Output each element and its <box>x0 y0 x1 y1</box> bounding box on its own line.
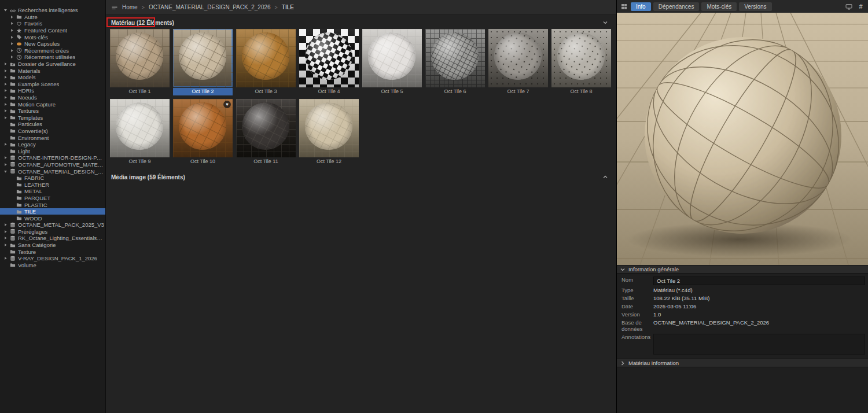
sidebar-item-wood[interactable]: WOOD <box>0 215 105 222</box>
sidebar-item-octane-automotive-material-pack-2026-v1[interactable]: OCTANE_AUTOMOTIVE_MATERIAL_PACK_2026-V1 <box>0 161 105 168</box>
sidebar-item-autre[interactable]: Autre <box>0 14 105 21</box>
sidebar-item-legacy[interactable]: Legacy <box>0 141 105 148</box>
tab-info[interactable]: Info <box>631 2 651 11</box>
caret-right-icon[interactable] <box>3 115 8 120</box>
sidebar-item-r-cemment-cr-es[interactable]: Récemment crées <box>0 47 105 54</box>
material-thumbnail[interactable] <box>236 99 296 157</box>
sidebar-item-leather[interactable]: LEATHER <box>0 181 105 188</box>
caret-right-icon[interactable] <box>3 229 8 234</box>
caret-right-icon[interactable] <box>3 102 8 106</box>
caret-right-icon[interactable] <box>10 21 14 26</box>
caret-right-icon[interactable] <box>3 89 8 93</box>
sidebar-item-templates[interactable]: Templates <box>0 115 105 121</box>
breadcrumb-item[interactable]: TILE <box>282 4 294 10</box>
caret-right-icon[interactable] <box>3 256 8 261</box>
caret-right-icon[interactable] <box>10 14 14 19</box>
material-thumbnail[interactable] <box>299 29 359 87</box>
caret-down-icon[interactable] <box>3 8 8 13</box>
caret-right-icon[interactable] <box>3 82 8 86</box>
material-tile-oct-tile-6[interactable]: Oct Tile 6 <box>425 29 485 95</box>
caret-right-icon[interactable] <box>3 68 8 73</box>
caret-right-icon[interactable] <box>3 75 8 80</box>
sidebar-item-hdris[interactable]: HDRIs <box>0 87 105 94</box>
material-tile-oct-tile-7[interactable]: Oct Tile 7 <box>488 29 548 95</box>
caret-right-icon[interactable] <box>3 142 8 147</box>
sidebar-item-fabric[interactable]: FABRIC <box>0 175 105 182</box>
sidebar-item-featured-content[interactable]: Featured Content <box>0 27 105 34</box>
sidebar-item-motion-capture[interactable]: Motion Capture <box>0 101 105 108</box>
sidebar-item-volume[interactable]: Volume <box>0 262 105 269</box>
sidebar-item-particules[interactable]: Particules <box>0 121 105 128</box>
material-tile-oct-tile-10[interactable]: ♥Oct Tile 10 <box>173 99 233 165</box>
section-header-material-info[interactable]: Matériau Information <box>617 359 868 367</box>
section-header-materials[interactable]: Matériau (12 Éléments) <box>106 18 616 27</box>
chevron-up-icon[interactable] <box>602 174 608 180</box>
sidebar-item-environment[interactable]: Environment <box>0 134 105 141</box>
material-tile-oct-tile-11[interactable]: Oct Tile 11 <box>236 99 296 165</box>
sidebar-item-favoris[interactable]: Favoris <box>0 20 105 27</box>
sidebar-item-sans-cat-gorie[interactable]: Sans Catégorie <box>0 242 105 249</box>
info-value[interactable] <box>653 334 865 355</box>
chevron-right-icon[interactable] <box>620 360 626 366</box>
popout-window-icon[interactable] <box>844 2 853 11</box>
sidebar-item-metal[interactable]: METAL <box>0 188 105 195</box>
sidebar-item-dossier-de-surveillance[interactable]: Dossier de Surveillance <box>0 61 105 68</box>
material-tile-oct-tile-3[interactable]: Oct Tile 3 <box>236 29 296 95</box>
tab-d-pendances[interactable]: Dépendances <box>653 2 700 11</box>
caret-right-icon[interactable] <box>10 55 14 60</box>
sidebar-item-octane-metal-pack-2025-v3[interactable]: OCTANE_METAL_PACK_2025_V3 <box>0 222 105 228</box>
material-thumbnail[interactable] <box>299 99 359 157</box>
breadcrumb-item[interactable]: Home <box>122 4 138 10</box>
material-thumbnail[interactable] <box>173 29 233 87</box>
material-tile-oct-tile-1[interactable]: Oct Tile 1 <box>110 29 170 95</box>
material-tile-oct-tile-8[interactable]: Oct Tile 8 <box>551 29 611 95</box>
sidebar-item-recherches-intelligentes[interactable]: Recherches intelligentes <box>0 7 105 14</box>
section-header-general-info[interactable]: Information générale <box>617 265 868 274</box>
sidebar-item-rk-octane-lighting-essentials-r21[interactable]: RK_Octane_Lighting_Essentials_r21 <box>0 235 105 242</box>
material-thumbnail[interactable] <box>236 29 296 87</box>
caret-right-icon[interactable] <box>3 162 8 167</box>
chevron-down-icon[interactable] <box>602 20 608 25</box>
sidebar-item-models[interactable]: Models <box>0 74 105 81</box>
caret-right-icon[interactable] <box>3 156 8 160</box>
material-tile-oct-tile-5[interactable]: Oct Tile 5 <box>362 29 422 95</box>
sidebar-item-v-ray-design-pack-1-2026[interactable]: V-RAY_DESIGN_PACK_1_2026 <box>0 255 105 262</box>
sidebar-item-texture[interactable]: Texture <box>0 248 105 255</box>
hash-icon[interactable]: # <box>856 2 865 11</box>
tab-mots-cl-s[interactable]: Mots-clés <box>701 2 737 11</box>
caret-down-icon[interactable] <box>3 169 8 174</box>
caret-right-icon[interactable] <box>3 243 8 248</box>
layout-icon[interactable] <box>620 2 628 11</box>
sidebar-toggle-icon[interactable] <box>111 5 118 10</box>
material-tile-oct-tile-9[interactable]: Oct Tile 9 <box>110 99 170 165</box>
caret-right-icon[interactable] <box>3 223 8 227</box>
material-thumbnail[interactable] <box>362 29 422 87</box>
caret-right-icon[interactable] <box>3 236 8 241</box>
material-tile-oct-tile-2[interactable]: Oct Tile 2 <box>173 29 233 95</box>
sidebar-item-octane-interior-design-pack-1-v3[interactable]: OCTANE-INTERIOR-DESIGN-PACK-1-V3 <box>0 154 105 161</box>
caret-right-icon[interactable] <box>3 109 8 113</box>
info-value[interactable]: Oct Tile 2 <box>653 276 865 285</box>
sidebar-item-noeuds[interactable]: Noeuds <box>0 94 105 101</box>
sidebar-item-r-cemment-utilis-es[interactable]: Récemment utilisées <box>0 54 105 61</box>
sidebar-item-pr-r-glages[interactable]: Préréglages <box>0 228 105 235</box>
sidebar-item-plastic[interactable]: PLASTIC <box>0 201 105 208</box>
sidebar-item-light[interactable]: Light <box>0 148 105 154</box>
sidebar-item-example-scenes[interactable]: Example Scenes <box>0 81 105 88</box>
caret-right-icon[interactable] <box>3 95 8 100</box>
material-tile-oct-tile-4[interactable]: Oct Tile 4 <box>299 29 359 95</box>
sidebar-item-parquet[interactable]: PARQUET <box>0 195 105 202</box>
caret-right-icon[interactable] <box>10 35 14 39</box>
breadcrumb-item[interactable]: OCTANE_MATERIAL_DESIGN_PACK_2_2026 <box>149 4 271 10</box>
material-tile-oct-tile-12[interactable]: Oct Tile 12 <box>299 99 359 165</box>
material-thumbnail[interactable] <box>110 99 170 157</box>
material-thumbnail[interactable] <box>488 29 548 87</box>
caret-right-icon[interactable] <box>10 42 14 46</box>
sidebar-item-mots-cl-s[interactable]: Mots-clés <box>0 34 105 40</box>
caret-right-icon[interactable] <box>10 28 14 33</box>
sidebar-item-octane-material-design-pack-2-2026[interactable]: OCTANE_MATERIAL_DESIGN_PACK_2_2026 <box>0 168 105 175</box>
caret-right-icon[interactable] <box>10 48 14 53</box>
tab-versions[interactable]: Versions <box>739 2 771 11</box>
material-thumbnail[interactable] <box>110 29 170 87</box>
favorite-heart-icon[interactable]: ♥ <box>223 101 231 108</box>
